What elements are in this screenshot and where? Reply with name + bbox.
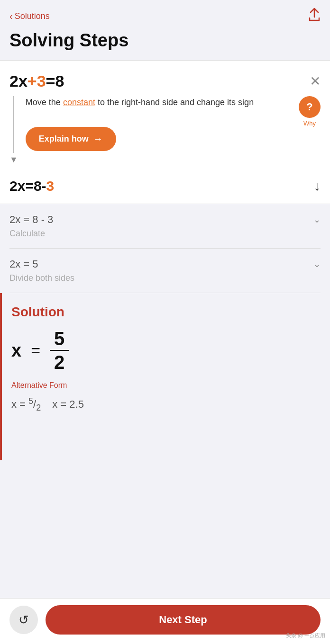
step-line-arrow: ▼ xyxy=(9,155,18,165)
back-chevron-icon: ‹ xyxy=(9,11,13,22)
result-part2: =8- xyxy=(25,178,46,194)
header: ‹ Solutions xyxy=(0,0,330,28)
result-equation: 2x=8-3 xyxy=(9,178,54,194)
undo-button[interactable]: ↺ xyxy=(9,606,38,634)
solution-equals: = xyxy=(31,341,40,360)
page-title-section: Solving Steps xyxy=(0,28,330,60)
collapsed-step-1-desc: Calculate xyxy=(9,229,321,239)
explain-btn-arrow: → xyxy=(93,134,103,144)
collapsed-step-1[interactable]: 2x = 8 - 3 ⌄ Calculate xyxy=(9,204,321,249)
collapsed-step-2-header: 2x = 5 ⌄ xyxy=(9,258,321,270)
eq-part3: =8 xyxy=(46,72,64,90)
exp-highlight: constant xyxy=(63,98,95,107)
eq-part1: 2x xyxy=(9,72,28,90)
explain-btn-label: Explain how xyxy=(39,134,89,144)
exp-suffix: to the right-hand side and change its si… xyxy=(95,98,254,107)
collapsed-step-2-desc: Divide both sides xyxy=(9,273,321,283)
main-step-card: 2x+3=8 ✕ ▼ Move the constant to the righ… xyxy=(0,60,330,204)
solution-fraction-display: 5 2 xyxy=(50,329,69,372)
back-label: Solutions xyxy=(15,11,50,21)
share-button[interactable] xyxy=(308,8,321,25)
next-step-button[interactable]: Next Step xyxy=(46,605,321,635)
page-title: Solving Steps xyxy=(9,30,321,51)
step-vertical-line xyxy=(13,96,14,153)
why-circle-icon: ? xyxy=(299,96,321,118)
solution-fraction: x = 5 2 xyxy=(11,329,321,372)
fraction-bar xyxy=(50,350,69,351)
why-label: Why xyxy=(303,120,316,127)
collapsed-steps-section: 2x = 8 - 3 ⌄ Calculate 2x = 5 ⌄ Divide b… xyxy=(0,204,330,293)
alt-form-2: x = 2.5 xyxy=(52,398,84,411)
eq-part2: +3 xyxy=(28,72,46,90)
main-equation: 2x+3=8 xyxy=(9,72,64,90)
solution-title: Solution xyxy=(11,304,321,320)
back-button[interactable]: ‹ Solutions xyxy=(9,11,50,22)
alt-forms: x = 5/2 x = 2.5 xyxy=(11,396,321,413)
bottom-bar: ↺ Next Step xyxy=(0,598,330,644)
share-icon xyxy=(308,8,321,22)
result-part1: 2x xyxy=(9,178,25,194)
alt-form-1: x = 5/2 xyxy=(11,396,41,413)
close-button[interactable]: ✕ xyxy=(310,73,321,89)
watermark: 头条 @ 一点应用 xyxy=(286,632,325,639)
alt-form-label: Alternative Form xyxy=(11,381,321,390)
collapsed-step-2[interactable]: 2x = 5 ⌄ Divide both sides xyxy=(9,249,321,293)
collapsed-step-1-chevron: ⌄ xyxy=(313,215,321,225)
explain-how-button[interactable]: Explain how → xyxy=(26,127,116,151)
collapsed-step-2-eq: 2x = 5 xyxy=(9,258,38,270)
collapsed-step-1-header: 2x = 8 - 3 ⌄ xyxy=(9,214,321,226)
result-down-arrow: ↓ xyxy=(314,179,321,194)
solution-section: Solution x = 5 2 Alternative Form x = 5/… xyxy=(0,293,330,460)
why-button[interactable]: ? Why xyxy=(299,96,321,127)
fraction-numerator: 5 xyxy=(54,329,64,348)
result-part3: 3 xyxy=(46,178,55,194)
collapsed-step-1-eq: 2x = 8 - 3 xyxy=(9,214,53,226)
undo-icon: ↺ xyxy=(18,613,29,627)
top-equation-line: 2x+3=8 ✕ xyxy=(9,72,321,90)
result-line: 2x=8-3 ↓ xyxy=(9,173,321,194)
step-explanation-text: Move the constant to the right-hand side… xyxy=(26,96,254,109)
fraction-denominator: 2 xyxy=(54,353,64,372)
exp-prefix: Move the xyxy=(26,98,63,107)
step-line: ▼ xyxy=(9,96,18,165)
solution-x-label: x xyxy=(11,340,21,361)
collapsed-step-2-chevron: ⌄ xyxy=(313,259,321,269)
step-content: Move the constant to the right-hand side… xyxy=(26,96,321,165)
